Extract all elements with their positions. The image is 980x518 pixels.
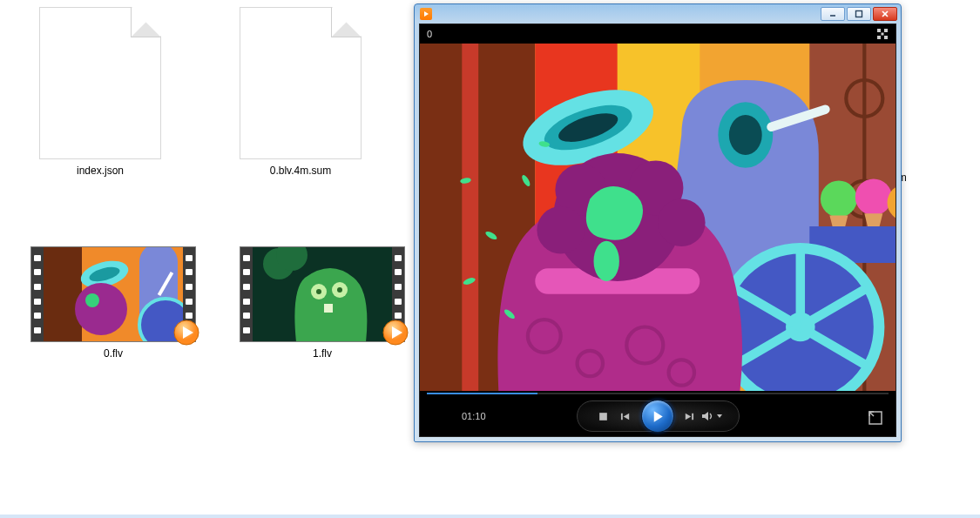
- svg-point-15: [316, 289, 321, 294]
- previous-button[interactable]: [616, 406, 637, 427]
- elapsed-time: 01:10: [462, 411, 486, 421]
- svg-marker-82: [717, 414, 722, 418]
- video-thumbnail: [30, 246, 196, 342]
- video-thumbnail: [240, 246, 405, 342]
- titlebar[interactable]: [415, 4, 901, 24]
- minimize-button[interactable]: [821, 7, 845, 21]
- transport-controls: [577, 400, 740, 432]
- stop-button[interactable]: [593, 406, 614, 427]
- media-player-window: 0: [414, 3, 902, 442]
- svg-point-66: [658, 199, 706, 247]
- volume-button[interactable]: [701, 411, 723, 421]
- svg-rect-1: [44, 247, 82, 341]
- view-switch-icon[interactable]: [876, 28, 889, 40]
- file-label: index.json: [77, 165, 124, 177]
- play-badge-icon: [382, 319, 409, 346]
- file-label: 0.flv: [104, 347, 123, 360]
- close-button[interactable]: [873, 7, 897, 21]
- file-item-index-json[interactable]: index.json: [30, 7, 170, 177]
- svg-point-5: [75, 283, 127, 335]
- video-canvas[interactable]: [420, 44, 896, 391]
- svg-rect-76: [621, 413, 623, 419]
- svg-rect-75: [599, 413, 607, 420]
- file-item-0-flv[interactable]: 0.flv: [30, 246, 196, 360]
- svg-point-41: [821, 181, 857, 218]
- svg-rect-21: [856, 11, 862, 17]
- maximize-button[interactable]: [847, 7, 871, 21]
- now-playing-label: 0: [427, 29, 432, 39]
- svg-marker-78: [654, 411, 663, 422]
- svg-point-68: [594, 241, 619, 281]
- svg-marker-81: [702, 412, 708, 420]
- file-label: 1.flv: [313, 347, 332, 360]
- svg-marker-77: [624, 413, 630, 419]
- svg-marker-79: [686, 413, 692, 419]
- file-item-sum[interactable]: 0.blv.4m.sum: [231, 7, 370, 177]
- svg-point-6: [85, 293, 99, 307]
- document-icon: [39, 7, 161, 159]
- next-button[interactable]: [679, 406, 700, 427]
- svg-rect-28: [882, 33, 884, 36]
- svg-point-42: [855, 178, 892, 215]
- svg-rect-31: [462, 44, 478, 391]
- document-icon: [240, 7, 362, 159]
- svg-rect-27: [884, 36, 888, 39]
- svg-rect-24: [877, 29, 881, 32]
- svg-point-67: [537, 206, 585, 254]
- svg-rect-80: [692, 413, 693, 419]
- svg-point-16: [337, 287, 342, 293]
- svg-point-39: [729, 115, 762, 155]
- app-icon: [420, 8, 432, 20]
- file-label: 0.blv.4m.sum: [270, 165, 331, 177]
- svg-rect-17: [324, 304, 333, 313]
- play-badge-icon: [172, 319, 200, 346]
- svg-rect-25: [884, 29, 888, 32]
- play-button[interactable]: [641, 400, 674, 433]
- svg-rect-26: [877, 36, 881, 39]
- file-item-1-flv[interactable]: 1.flv: [240, 246, 405, 360]
- fullscreen-button[interactable]: [868, 410, 883, 426]
